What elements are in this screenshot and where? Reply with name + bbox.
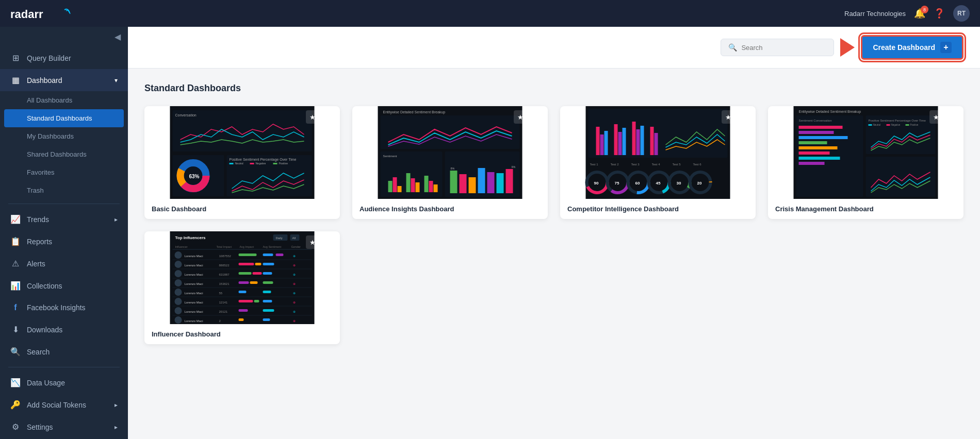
- svg-rect-28: [424, 176, 429, 192]
- card-star-button-crisis[interactable]: ★: [929, 110, 943, 124]
- svg-rect-124: [263, 263, 274, 265]
- dashboards-area: Standard Dashboards Conversation: [128, 69, 980, 359]
- svg-rect-29: [429, 181, 433, 192]
- svg-rect-48: [623, 128, 626, 155]
- sidebar-item-label: Reports: [27, 238, 52, 246]
- svg-rect-147: [263, 291, 271, 293]
- top-header: radarr Radarr Technologies 🔔 8 ❓ RT: [0, 0, 980, 27]
- search-box[interactable]: 🔍: [721, 39, 834, 56]
- sidebar-sub-all-dashboards[interactable]: All Dashboards: [0, 91, 128, 109]
- svg-text:Gender: Gender: [291, 245, 301, 248]
- card-star-button-audience[interactable]: ★: [514, 110, 527, 124]
- sidebar-item-add-social-tokens[interactable]: 🔑 Add Social Tokens ▸: [0, 394, 128, 416]
- help-icon[interactable]: ❓: [934, 8, 945, 19]
- svg-rect-84: [799, 136, 848, 139]
- sidebar-item-label: Alerts: [27, 260, 45, 268]
- card-title-influencer: Influencer Dashboard: [144, 324, 340, 344]
- svg-text:Test 6: Test 6: [693, 163, 702, 166]
- sidebar-item-dashboard[interactable]: ▦ Dashboard ▾: [0, 69, 128, 91]
- sidebar-sub-favorites[interactable]: Favorites: [0, 163, 128, 181]
- svg-text:All: All: [292, 237, 296, 240]
- dashboard-card-influencer[interactable]: Top Influencers Daily All Influencer Tot…: [144, 231, 340, 344]
- svg-rect-169: [263, 318, 270, 321]
- sidebar-sub-trash[interactable]: Trash: [0, 181, 128, 199]
- dashboards-grid: Conversation 63%: [144, 106, 963, 219]
- svg-rect-33: [460, 174, 467, 193]
- svg-rect-83: [799, 131, 834, 134]
- svg-rect-46: [614, 124, 618, 155]
- sidebar-item-facebook-insights[interactable]: f Facebook Insights: [0, 297, 128, 318]
- sidebar-item-downloads[interactable]: ⬇ Downloads: [0, 318, 128, 341]
- svg-rect-25: [406, 173, 411, 192]
- svg-rect-47: [618, 132, 622, 155]
- svg-text:888522: 888522: [219, 264, 230, 267]
- sidebar-sub-shared-dashboards[interactable]: Shared Dashboards: [0, 145, 128, 163]
- svg-rect-34: [469, 177, 476, 193]
- trends-chevron-icon: ▸: [115, 216, 118, 223]
- svg-rect-43: [596, 127, 600, 155]
- reports-icon: 📋: [10, 237, 21, 246]
- collapse-icon[interactable]: ◀: [115, 32, 121, 42]
- sidebar-item-label: Data Usage: [27, 379, 65, 387]
- svg-rect-53: [655, 133, 658, 155]
- svg-text:⊕: ⊕: [293, 282, 296, 285]
- svg-text:⊕: ⊕: [293, 292, 296, 295]
- content-header: 🔍 Create Dashboard +: [128, 27, 980, 69]
- notification-badge: 8: [921, 6, 928, 13]
- card-delete-button-crisis[interactable]: 🗑: [946, 110, 959, 124]
- sidebar-item-label: Trends: [27, 215, 49, 224]
- svg-rect-30: [434, 184, 438, 192]
- svg-point-165: [175, 316, 182, 324]
- card-delete-button-audience[interactable]: 🗑: [530, 110, 544, 124]
- svg-rect-52: [650, 127, 654, 155]
- sidebar-item-reports[interactable]: 📋 Reports: [0, 230, 128, 252]
- dashboard-card-basic[interactable]: Conversation 63%: [144, 106, 340, 219]
- svg-text:63%: 63%: [189, 174, 200, 179]
- card-actions-crisis: ★ 🗑: [929, 110, 959, 124]
- card-star-button-influencer[interactable]: ★: [306, 235, 319, 249]
- card-actions-influencer: ★ 🗑: [306, 235, 336, 249]
- search-input[interactable]: [741, 44, 826, 52]
- search-box-icon: 🔍: [728, 43, 737, 52]
- sidebar-item-label: Downloads: [27, 326, 62, 334]
- card-star-button-basic[interactable]: ★: [306, 110, 319, 124]
- svg-text:Test 2: Test 2: [611, 163, 619, 166]
- sidebar-item-search[interactable]: 🔍 Search: [0, 341, 128, 363]
- sidebar-item-label: Facebook Insights: [27, 303, 86, 312]
- svg-rect-11: [230, 163, 234, 164]
- dashboard-card-crisis[interactable]: Entitywise Detailed Sentiment Breakup Se…: [768, 106, 963, 219]
- card-delete-button-basic[interactable]: 🗑: [322, 110, 336, 124]
- card-delete-button-competitor[interactable]: 🗑: [738, 110, 752, 124]
- dashboards-grid-second: Top Influencers Daily All Influencer Tot…: [144, 231, 963, 344]
- svg-rect-155: [263, 300, 272, 302]
- sidebar-item-data-usage[interactable]: 📉 Data Usage: [0, 372, 128, 394]
- svg-text:⊕: ⊕: [293, 264, 296, 267]
- svg-rect-132: [263, 272, 272, 275]
- sidebar-item-collections[interactable]: 📊 Collections: [0, 275, 128, 297]
- svg-rect-146: [239, 291, 247, 293]
- avatar[interactable]: RT: [953, 5, 970, 22]
- card-preview-competitor: Test 1 Test 2 Test 3 Test 4 Test 5 Test …: [560, 106, 756, 199]
- dashboard-card-audience[interactable]: Entitywise Detailed Sentiment Breakup Se…: [352, 106, 548, 219]
- svg-rect-139: [250, 281, 258, 284]
- sidebar-item-alerts[interactable]: ⚠ Alerts: [0, 252, 128, 275]
- svg-text:Sentiment: Sentiment: [383, 155, 397, 158]
- section-title: Standard Dashboards: [144, 83, 963, 94]
- sidebar-item-trends[interactable]: 📈 Trends ▸: [0, 208, 128, 230]
- notification-icon[interactable]: 🔔 8: [914, 8, 925, 19]
- card-delete-button-influencer[interactable]: 🗑: [322, 235, 336, 249]
- create-dashboard-button[interactable]: Create Dashboard +: [861, 35, 963, 60]
- svg-text:Sentiment Conversation: Sentiment Conversation: [799, 119, 832, 122]
- svg-text:Negative: Negative: [256, 162, 266, 165]
- svg-text:Lorenzo Maci: Lorenzo Maci: [185, 319, 203, 323]
- card-star-button-competitor[interactable]: ★: [722, 110, 735, 124]
- svg-rect-35: [478, 168, 485, 193]
- sidebar-item-query-builder[interactable]: ⊞ Query Builder: [0, 47, 128, 69]
- main-content: 🔍 Create Dashboard + Standard Dashboards: [128, 27, 980, 439]
- sidebar-sub-standard-dashboards[interactable]: Standard Dashboards: [4, 109, 124, 127]
- dashboard-card-competitor[interactable]: Test 1 Test 2 Test 3 Test 4 Test 5 Test …: [560, 106, 756, 219]
- svg-rect-153: [239, 300, 253, 302]
- sidebar-sub-my-dashboards[interactable]: My Dashboards: [0, 127, 128, 145]
- sidebar-item-settings[interactable]: ⚙ Settings ▸: [0, 416, 128, 438]
- sidebar-collapse[interactable]: ◀: [0, 27, 128, 47]
